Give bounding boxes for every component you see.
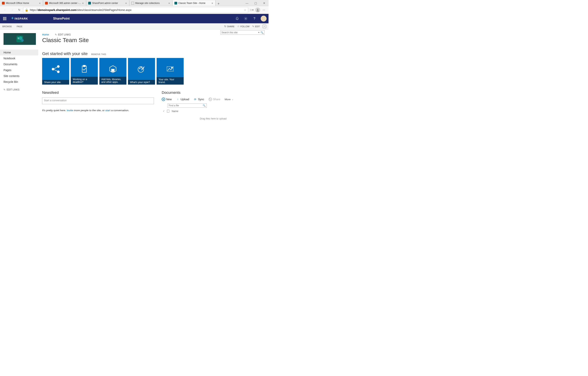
reading-list-icon[interactable]: ☆≡ (249, 7, 254, 13)
nav-home[interactable]: Home (0, 50, 38, 55)
svg-point-0 (257, 9, 258, 10)
browser-tab-active[interactable]: Classic Team Site - Home × (172, 0, 216, 6)
nav-recycle-bin[interactable]: Recycle Bin (0, 79, 38, 85)
back-button[interactable]: ← (2, 7, 8, 13)
sync-button[interactable]: ⟳Sync (193, 97, 204, 101)
refresh-button[interactable]: ↻ (16, 7, 22, 13)
search-icon[interactable]: 🔍 (203, 104, 206, 107)
more-button[interactable]: More⌄ (225, 98, 233, 101)
search-icon[interactable]: 🔍 (260, 31, 264, 34)
tenant-name: INSPARK (14, 17, 28, 20)
chevron-down-icon: ⌄ (232, 98, 233, 100)
waffle-icon (3, 17, 6, 20)
lock-icon: 🔒 (25, 8, 28, 11)
promo-tiles: Share your site. Working on a deadline? … (42, 58, 265, 84)
upload-button[interactable]: ↑Upload (176, 97, 189, 101)
svg-point-4 (57, 71, 59, 73)
share-network-icon (42, 63, 69, 76)
svg-point-3 (57, 65, 59, 68)
ribbon: BROWSE PAGE ↻SHARE ☆FOLLOW EDIT ⤢ (0, 23, 268, 30)
more-icon[interactable]: ⋯ (261, 7, 267, 13)
url-text: https://demoinspark.sharepoint.com/sites… (30, 8, 242, 11)
close-icon[interactable]: × (81, 1, 85, 5)
find-file-input[interactable] (169, 104, 203, 107)
svg-line-5 (54, 67, 57, 69)
nav-documents[interactable]: Documents (0, 61, 38, 67)
ribbon-tab-page[interactable]: PAGE (17, 25, 22, 28)
new-tab-button[interactable]: + (216, 2, 222, 6)
focus-button[interactable]: ⤢ (263, 25, 266, 28)
hexagon-icon (99, 63, 127, 76)
site-logo[interactable] (3, 33, 36, 45)
close-icon[interactable]: × (168, 1, 171, 5)
svg-point-2 (52, 68, 54, 70)
tile-caption: Share your site. (42, 80, 69, 84)
follow-button[interactable]: ☆FOLLOW (237, 25, 249, 28)
help-button[interactable]: ? (250, 14, 259, 23)
favorite-icon[interactable]: ☆ (244, 8, 246, 11)
tile-style[interactable]: What's your style? (128, 58, 155, 84)
new-button[interactable]: +New (162, 97, 172, 101)
settings-button[interactable] (241, 14, 250, 23)
notifications-button[interactable] (233, 14, 241, 23)
tab-title: Microsoft Office Home (6, 2, 38, 4)
svg-point-13 (141, 67, 141, 68)
newsfeed-empty-message: It's pretty quiet here. Invite more peop… (42, 109, 154, 112)
tile-deadline[interactable]: Working on a deadline? (71, 58, 98, 84)
remove-this-button[interactable]: REMOVE THIS (91, 53, 106, 55)
ribbon-tab-browse[interactable]: BROWSE (2, 25, 12, 28)
browser-tab[interactable]: Microsoft Office Home × (0, 0, 43, 6)
picture-icon (157, 63, 184, 76)
plus-circle-icon: + (162, 97, 165, 101)
documents-section: Documents +New ↑Upload ⟳Sync ↻Share More… (162, 91, 265, 120)
close-icon[interactable]: × (38, 1, 41, 5)
name-column-header[interactable]: Name (172, 110, 178, 113)
forward-button[interactable]: → (9, 7, 15, 13)
suite-title: SharePoint (30, 17, 70, 20)
documents-heading: Documents (162, 91, 265, 95)
check-icon[interactable]: ✓ (163, 110, 165, 112)
browser-tab[interactable]: Manage site collections × (129, 0, 172, 6)
tile-caption: Your site. Your brand. (157, 77, 184, 84)
newsfeed-heading: Newsfeed (42, 91, 154, 95)
browser-tab[interactable]: SharePoint admin center × (86, 0, 129, 6)
user-avatar[interactable] (261, 16, 267, 21)
tab-title: Classic Team Site - Home (178, 2, 211, 4)
browser-tab[interactable]: Microsoft 365 admin center - M… × (43, 0, 86, 6)
drag-drop-hint: Drag files here to upload (162, 117, 265, 120)
svg-rect-10 (112, 69, 114, 72)
app-launcher-button[interactable] (0, 14, 10, 23)
start-link[interactable]: start (105, 109, 110, 112)
tile-add-apps[interactable]: Add lists, libraries, and other apps. (99, 58, 127, 84)
url-field[interactable]: 🔒 https://demoinspark.sharepoint.com/sit… (23, 7, 248, 13)
get-started-heading: Get started with your site (42, 51, 88, 56)
edit-button[interactable]: EDIT (252, 25, 260, 28)
share-icon: ↻ (224, 25, 226, 28)
pencil-icon (3, 88, 5, 91)
share-button[interactable]: ↻SHARE (224, 25, 235, 28)
find-file-box[interactable]: 🔍 (168, 104, 207, 108)
search-input[interactable] (222, 31, 258, 34)
close-icon[interactable]: × (211, 1, 214, 5)
documents-list-header: ✓ Name (163, 110, 265, 113)
nav-edit-links[interactable]: EDIT LINKS (0, 88, 38, 91)
window-minimize-button[interactable]: — (243, 0, 251, 6)
nav-pages[interactable]: Pages (0, 67, 38, 73)
conversation-input[interactable]: Start a conversation (42, 97, 154, 104)
tile-brand[interactable]: Your site. Your brand. (157, 58, 184, 84)
window-close-button[interactable]: ✕ (260, 0, 268, 6)
site-search[interactable]: ▼ 🔍 (221, 30, 265, 35)
profile-button[interactable] (255, 7, 260, 12)
breadcrumb-edit-links[interactable]: EDIT LINKS (55, 33, 71, 36)
svg-point-17 (171, 67, 172, 68)
svg-line-6 (54, 70, 57, 71)
invite-link[interactable]: Invite (67, 109, 73, 112)
tenant-logo[interactable]: ✦ INSPARK (10, 16, 30, 21)
tile-share-site[interactable]: Share your site. (42, 58, 69, 84)
breadcrumb-home[interactable]: Home (42, 33, 49, 36)
nav-notebook[interactable]: Notebook (0, 55, 38, 61)
nav-site-contents[interactable]: Site contents (0, 73, 38, 79)
window-maximize-button[interactable]: ▢ (251, 0, 260, 6)
chevron-down-icon[interactable]: ▼ (258, 31, 260, 33)
close-icon[interactable]: × (124, 1, 128, 5)
